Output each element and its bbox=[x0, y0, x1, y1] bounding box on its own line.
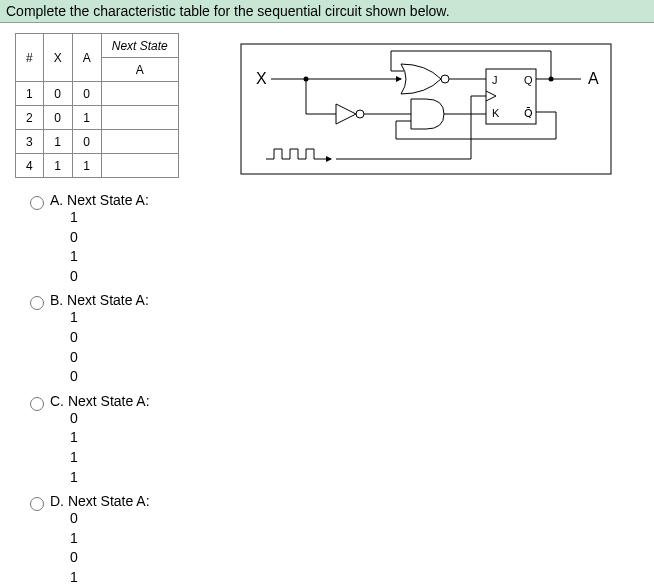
option-d[interactable]: D. Next State A: 0 1 0 1 bbox=[30, 493, 654, 587]
radio-d[interactable] bbox=[30, 497, 44, 511]
main-panel: # X A Next State A 1 0 0 2 0 1 3 bbox=[0, 23, 654, 182]
svg-rect-0 bbox=[241, 44, 611, 174]
th-next: Next State bbox=[101, 34, 178, 58]
label-x: X bbox=[256, 70, 267, 87]
label-qbar: Q̄ bbox=[524, 107, 533, 119]
option-c[interactable]: C. Next State A: 0 1 1 1 bbox=[30, 393, 654, 487]
label-j: J bbox=[492, 74, 498, 86]
table-row: 2 0 1 bbox=[16, 106, 179, 130]
label-k: K bbox=[492, 107, 500, 119]
th-x: X bbox=[43, 34, 72, 82]
th-a: A bbox=[72, 34, 101, 82]
svg-point-7 bbox=[441, 75, 449, 83]
th-num: # bbox=[16, 34, 44, 82]
label-q: Q bbox=[524, 74, 533, 86]
svg-point-5 bbox=[356, 110, 364, 118]
options-list: A. Next State A: 1 0 1 0 B. Next State A… bbox=[0, 182, 654, 588]
th-next-sub: A bbox=[101, 58, 178, 82]
circuit-diagram: X J Q K Q̄ bbox=[199, 33, 654, 182]
label-a: A bbox=[588, 70, 599, 87]
table-row: 4 1 1 bbox=[16, 154, 179, 178]
table-row: 1 0 0 bbox=[16, 82, 179, 106]
truth-table: # X A Next State A 1 0 0 2 0 1 3 bbox=[15, 33, 179, 182]
radio-a[interactable] bbox=[30, 196, 44, 210]
radio-c[interactable] bbox=[30, 397, 44, 411]
radio-b[interactable] bbox=[30, 296, 44, 310]
table-row: 3 1 0 bbox=[16, 130, 179, 154]
option-b[interactable]: B. Next State A: 1 0 0 0 bbox=[30, 292, 654, 386]
page-title: Complete the characteristic table for th… bbox=[0, 0, 654, 23]
option-a[interactable]: A. Next State A: 1 0 1 0 bbox=[30, 192, 654, 286]
